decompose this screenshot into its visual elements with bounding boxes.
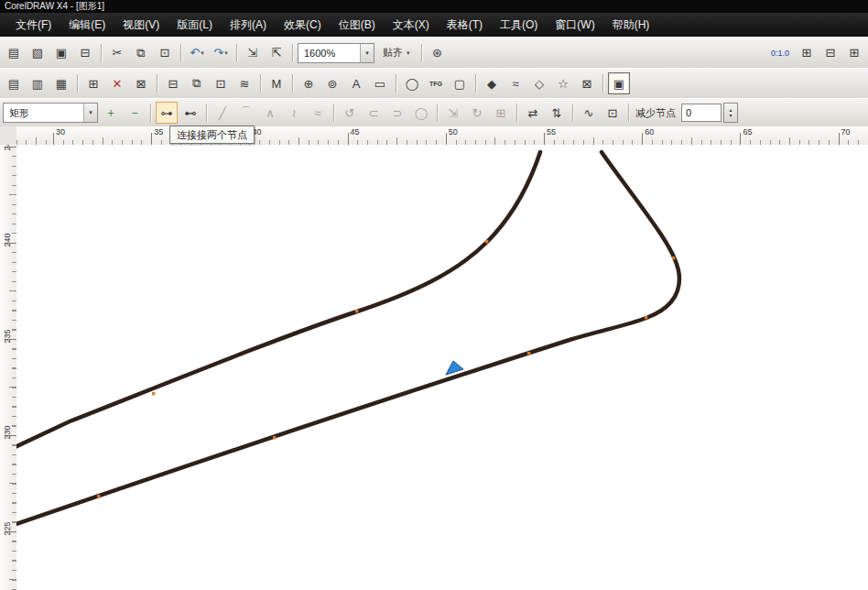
guides-grid-icon[interactable]: ⊞ <box>796 42 818 64</box>
curve-node-marker[interactable] <box>527 352 530 355</box>
text-tool-icon[interactable]: A <box>345 72 367 94</box>
trim-icon[interactable]: ⊚ <box>321 72 343 94</box>
zoom-level-value: 1600% <box>304 48 356 59</box>
fill-diamond-icon[interactable]: ◆ <box>481 72 503 94</box>
delete-segment-icon[interactable]: ✕ <box>106 72 128 94</box>
ruler-h-label: 50 <box>446 127 458 137</box>
menu-arrange[interactable]: 排列(A) <box>222 15 275 36</box>
vertical-ruler[interactable]: 245240235230225 <box>0 145 17 590</box>
menu-help[interactable]: 帮助(H) <box>604 15 658 36</box>
horizontal-ruler[interactable]: 303540455055606570 <box>16 126 868 146</box>
break-curve-icon[interactable]: ⊷ <box>179 102 201 124</box>
layout-columns-icon[interactable]: ▥ <box>27 72 49 94</box>
cut-icon[interactable]: ✂ <box>106 42 128 64</box>
grid-view-icon[interactable]: ▦ <box>50 72 72 94</box>
reflect-vertical-icon[interactable]: ⇅ <box>546 102 568 124</box>
paste-special-icon[interactable]: ⊟ <box>162 72 184 94</box>
reduce-nodes-spinbox[interactable]: 0 ▴▾ <box>681 103 738 123</box>
redo-icon[interactable]: ↷▾ <box>210 42 232 64</box>
toolbar-separator <box>236 44 237 62</box>
curve-node-marker[interactable] <box>152 392 155 395</box>
page-setup-icon[interactable]: ▤ <box>3 72 25 94</box>
menu-table[interactable]: 表格(T) <box>439 15 491 36</box>
export-icon[interactable]: ⇱ <box>266 42 288 64</box>
open-icon[interactable]: ▧ <box>27 42 49 64</box>
curve-edit-active-icon[interactable]: ▣ <box>608 72 630 94</box>
page-view-a-icon[interactable]: ⊟ <box>819 42 841 64</box>
drawing-canvas[interactable] <box>16 145 868 590</box>
convert-to-curve-icon[interactable]: ⌒ <box>235 102 257 124</box>
menu-layout[interactable]: 版面(L) <box>168 15 221 36</box>
shape-dropdown-arrow-icon[interactable]: ▾ <box>83 104 97 122</box>
cusp-node-icon[interactable]: ∧ <box>259 102 281 124</box>
menu-file[interactable]: 文件(F) <box>7 15 60 36</box>
wave-icon[interactable]: ≈ <box>505 72 526 94</box>
reverse-direction-icon[interactable]: ↺ <box>339 102 361 124</box>
curve-node-marker[interactable] <box>97 495 100 497</box>
duplicate-icon[interactable]: ⧉ <box>186 72 208 94</box>
delete-node-icon[interactable]: － <box>124 102 146 124</box>
extract-subpath-icon[interactable]: ⊂ <box>363 102 385 124</box>
elastic-mode-icon[interactable]: ∿ <box>578 102 600 124</box>
curve-node-marker[interactable] <box>485 240 488 243</box>
menu-bitmaps[interactable]: 位图(B) <box>331 15 384 36</box>
clipboard-icon[interactable]: ⊡ <box>210 72 232 94</box>
frame-icon[interactable]: ▭ <box>369 72 391 94</box>
rectangle-icon[interactable]: ▢ <box>449 72 471 94</box>
curve-lower-path[interactable] <box>16 152 679 526</box>
macro-icon[interactable]: M <box>266 72 288 94</box>
options-icon[interactable]: ⊛ <box>427 42 449 64</box>
curve-node-marker[interactable] <box>645 316 647 319</box>
ellipse-icon[interactable]: ◯ <box>401 72 423 94</box>
smooth-node-icon[interactable]: ≀ <box>283 102 305 124</box>
curve-node-marker[interactable] <box>672 257 675 259</box>
page-view-b-icon[interactable]: ⊞ <box>843 42 865 64</box>
convert-to-line-icon[interactable]: ╱ <box>212 102 233 124</box>
new-document-icon[interactable]: ▤ <box>3 42 25 64</box>
tfg-icon[interactable]: TFG <box>425 72 447 94</box>
extend-close-icon[interactable]: ⊃ <box>386 102 408 124</box>
align-nodes-icon[interactable]: ⊞ <box>490 102 512 124</box>
mesh-fill-icon[interactable]: ◇ <box>528 72 550 94</box>
menu-view[interactable]: 视图(V) <box>114 15 168 36</box>
menu-effects[interactable]: 效果(C) <box>276 15 330 36</box>
import-icon[interactable]: ⇲ <box>242 42 264 64</box>
toolbar-far-right-buttons: ⊞⊟⊞ <box>796 42 865 64</box>
stretch-nodes-icon[interactable]: ⇲ <box>442 102 464 124</box>
add-node-icon[interactable]: ＋ <box>100 102 122 124</box>
select-all-nodes-icon[interactable]: ⊡ <box>602 102 624 124</box>
ruler-corner[interactable] <box>0 126 17 146</box>
paste-icon[interactable]: ⊡ <box>154 42 176 64</box>
reduce-nodes-stepper[interactable]: ▴▾ <box>723 103 738 123</box>
weld-icon[interactable]: ⊕ <box>298 72 320 94</box>
menu-tools[interactable]: 工具(O) <box>492 15 546 36</box>
scale-ratio-display[interactable]: 0:1.0 <box>766 42 794 64</box>
active-shape-combobox[interactable]: 矩形 ▾ <box>3 103 98 123</box>
menu-edit[interactable]: 编辑(E) <box>60 15 114 36</box>
standard-toolbar: ▤▧▣⊟✂⧉⊡↶▾↷▾⇲⇱ 1600% ▾ 贴齐 ▾ ⊛ 0:1.0 ⊞⊟⊞ <box>0 37 868 69</box>
save-icon[interactable]: ▣ <box>50 42 72 64</box>
snap-to-dropdown[interactable]: 贴齐 ▾ <box>376 42 417 64</box>
reflect-horizontal-icon[interactable]: ⇄ <box>522 102 544 124</box>
combine-icon[interactable]: ⊠ <box>130 72 152 94</box>
zoom-level-combobox[interactable]: 1600% ▾ <box>298 43 374 63</box>
close-curve-icon[interactable]: ◯ <box>410 102 432 124</box>
undo-icon[interactable]: ↶▾ <box>186 42 208 64</box>
menu-text[interactable]: 文本(X) <box>385 15 438 36</box>
symmetrical-node-icon[interactable]: ≈ <box>307 102 329 124</box>
intersect-icon[interactable]: ⊠ <box>576 72 598 94</box>
curve-node-marker[interactable] <box>355 310 358 312</box>
curve-upper-path[interactable] <box>16 152 540 449</box>
toolbar-separator <box>180 44 181 62</box>
print-icon[interactable]: ⊟ <box>74 42 96 64</box>
menu-window[interactable]: 窗口(W) <box>547 15 602 36</box>
curve-node-marker[interactable] <box>273 436 276 439</box>
distortion-icon[interactable]: ≋ <box>233 72 255 94</box>
star-icon[interactable]: ☆ <box>552 72 574 94</box>
snap-objects-icon[interactable]: ⊞ <box>82 72 104 94</box>
reduce-nodes-value[interactable]: 0 <box>681 104 722 122</box>
join-two-nodes-icon[interactable]: ⊶ <box>156 102 178 124</box>
rotate-nodes-icon[interactable]: ↻ <box>466 102 488 124</box>
copy-icon[interactable]: ⧉ <box>130 42 152 64</box>
zoom-dropdown-arrow-icon[interactable]: ▾ <box>360 44 374 62</box>
